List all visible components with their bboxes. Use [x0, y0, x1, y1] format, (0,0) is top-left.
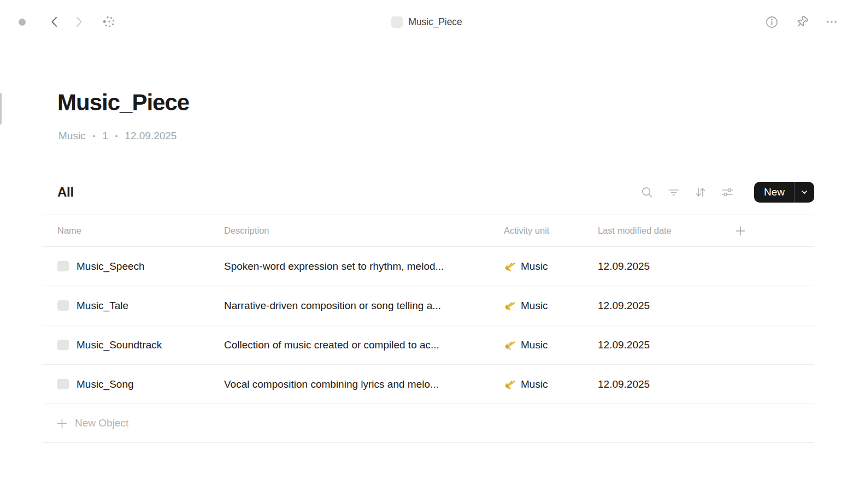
- top-bar-left: [19, 0, 117, 44]
- row-last-modified-cell[interactable]: 12.09.2025: [598, 378, 734, 390]
- activity-unit-label: Music: [521, 300, 548, 312]
- object-placeholder-icon: [57, 261, 69, 271]
- activity-unit-label: Music: [521, 260, 548, 272]
- activity-unit-label: Music: [521, 378, 548, 390]
- view-header: All: [57, 180, 814, 204]
- column-header-name[interactable]: Name: [43, 226, 224, 236]
- table-header-row: Name Description Activity unit Last modi…: [43, 215, 814, 247]
- activity-unit-label: Music: [521, 339, 548, 351]
- chevron-down-icon: [801, 188, 808, 196]
- meta-date: 12.09.2025: [125, 130, 177, 142]
- trumpet-emoji: [504, 260, 516, 272]
- table-row[interactable]: Music_SpeechSpoken-word expression set t…: [43, 247, 814, 286]
- object-name: Music_Speech: [77, 260, 145, 272]
- filter-button[interactable]: [667, 186, 680, 199]
- window-title-group[interactable]: Music_Piece: [391, 0, 462, 44]
- app-window: Music_Piece: [0, 0, 853, 504]
- row-description-cell[interactable]: Narrative-driven composition or song tel…: [224, 300, 504, 312]
- sliders-icon: [721, 186, 734, 199]
- column-header-description[interactable]: Description: [224, 226, 504, 236]
- trumpet-emoji-icon: [504, 260, 516, 272]
- trumpet-emoji: [504, 299, 516, 312]
- table-row[interactable]: Music_SoundtrackCollection of music crea…: [43, 325, 814, 365]
- page-title: Music_Piece: [57, 90, 189, 116]
- new-button-dropdown[interactable]: [795, 182, 814, 203]
- dots-menu-button[interactable]: [101, 14, 117, 30]
- sort-icon: [694, 186, 707, 199]
- row-activity-unit-cell[interactable]: Music: [504, 260, 598, 272]
- object-placeholder-icon: [57, 300, 69, 311]
- search-button[interactable]: [640, 186, 654, 199]
- status-dot-icon: [19, 19, 26, 26]
- meta-separator: •: [93, 132, 96, 140]
- object-placeholder-icon: [57, 340, 69, 350]
- object-name: Music_Song: [77, 378, 134, 390]
- sort-button[interactable]: [694, 186, 707, 199]
- objects-table: Name Description Activity unit Last modi…: [43, 215, 814, 443]
- trumpet-emoji-icon: [504, 339, 516, 351]
- object-name: Music_Tale: [77, 300, 128, 312]
- view-toolbar: New: [640, 182, 814, 203]
- forward-button[interactable]: [72, 15, 86, 29]
- row-activity-unit-cell[interactable]: Music: [504, 299, 598, 312]
- info-button[interactable]: [764, 15, 779, 29]
- more-options-button[interactable]: [825, 15, 839, 29]
- view-tab-all[interactable]: All: [57, 185, 74, 200]
- new-object-button[interactable]: New Object: [43, 404, 814, 443]
- row-activity-unit-cell[interactable]: Music: [504, 378, 598, 390]
- meta-count: 1: [102, 130, 108, 142]
- column-header-last-modified[interactable]: Last modified date: [598, 226, 734, 236]
- plus-icon: [734, 225, 746, 237]
- ellipsis-icon: [825, 15, 839, 29]
- search-icon: [640, 186, 654, 199]
- table-row[interactable]: Music_SongVocal composition combining ly…: [43, 365, 814, 404]
- row-last-modified-cell[interactable]: 12.09.2025: [598, 260, 734, 272]
- trumpet-emoji-icon: [504, 378, 516, 390]
- add-column-button[interactable]: [734, 225, 814, 237]
- filter-icon: [667, 186, 680, 199]
- row-name-cell[interactable]: Music_Song: [43, 378, 224, 390]
- info-icon: [765, 15, 779, 29]
- dotted-circle-icon: [102, 14, 117, 29]
- new-button-group: New: [754, 182, 814, 203]
- sidebar-handle[interactable]: [0, 93, 2, 124]
- pin-button[interactable]: [795, 15, 809, 29]
- trumpet-emoji-icon: [504, 299, 516, 312]
- row-last-modified-cell[interactable]: 12.09.2025: [598, 300, 734, 312]
- row-description-cell[interactable]: Vocal composition combining lyrics and m…: [224, 378, 504, 390]
- top-bar-right: [764, 0, 839, 44]
- row-description-cell[interactable]: Spoken-word expression set to rhythm, me…: [224, 260, 504, 272]
- meta-type[interactable]: Music: [58, 130, 86, 142]
- object-name: Music_Soundtrack: [77, 339, 162, 351]
- row-name-cell[interactable]: Music_Speech: [43, 260, 224, 272]
- plus-icon: [56, 417, 68, 430]
- row-name-cell[interactable]: Music_Soundtrack: [43, 339, 224, 351]
- table-row[interactable]: Music_TaleNarrative-driven composition o…: [43, 286, 814, 325]
- column-header-activity-unit[interactable]: Activity unit: [504, 226, 598, 236]
- window-title: Music_Piece: [408, 16, 462, 28]
- new-object-label: New Object: [75, 417, 128, 429]
- object-placeholder-icon: [57, 379, 69, 389]
- row-description-cell[interactable]: Collection of music created or compiled …: [224, 339, 504, 351]
- chevron-right-icon: [72, 15, 85, 28]
- chevron-left-icon: [48, 15, 61, 28]
- new-button[interactable]: New: [754, 182, 794, 203]
- meta-separator: •: [115, 132, 118, 140]
- view-settings-button[interactable]: [721, 186, 734, 199]
- back-button[interactable]: [48, 15, 62, 29]
- trumpet-emoji: [504, 339, 516, 351]
- page-meta: Music • 1 • 12.09.2025: [58, 130, 177, 142]
- trumpet-emoji: [504, 378, 516, 390]
- row-name-cell[interactable]: Music_Tale: [43, 300, 224, 312]
- pin-icon: [795, 15, 809, 29]
- top-bar: Music_Piece: [0, 0, 853, 44]
- page-placeholder-icon: [391, 16, 402, 28]
- table-body: Music_SpeechSpoken-word expression set t…: [43, 247, 814, 404]
- row-last-modified-cell[interactable]: 12.09.2025: [598, 339, 734, 351]
- row-activity-unit-cell[interactable]: Music: [504, 339, 598, 351]
